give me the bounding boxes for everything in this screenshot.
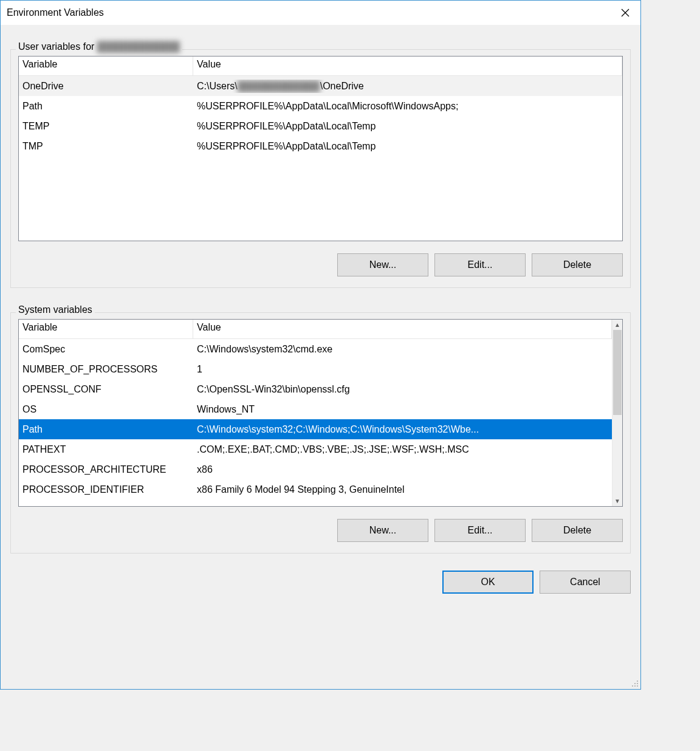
row-value: %USERPROFILE%\AppData\Local\Temp [193,140,622,153]
table-row[interactable]: TMP%USERPROFILE%\AppData\Local\Temp [19,136,622,156]
row-variable: PROCESSOR_ARCHITECTURE [19,463,193,476]
table-row[interactable]: OneDriveC:\Users\████████████\OneDrive [19,76,622,96]
table-row[interactable]: PathC:\Windows\system32;C:\Windows;C:\Wi… [19,419,612,439]
svg-rect-6 [634,685,636,687]
row-variable: PATHEXT [19,443,193,456]
row-value: C:\Windows\system32;C:\Windows;C:\Window… [193,423,612,436]
system-list-header: Variable Value [19,320,612,339]
system-button-row: New... Edit... Delete [18,519,623,542]
titlebar: Environment Variables [1,1,640,25]
svg-rect-2 [637,681,638,682]
row-value: .COM;.EXE;.BAT;.CMD;.VBS;.VBE;.JS;.JSE;.… [193,443,612,456]
svg-rect-3 [634,683,636,684]
svg-rect-5 [632,685,633,687]
user-group-legend: User variables for ████████████ [16,41,182,52]
scroll-up-icon[interactable]: ▲ [612,320,622,330]
row-value: C:\Users\████████████\OneDrive [193,80,622,93]
user-variables-group: User variables for ████████████ Variable… [10,49,631,288]
row-value: 1 [193,363,612,376]
table-row[interactable]: TEMP%USERPROFILE%\AppData\Local\Temp [19,116,622,136]
system-variables-group: System variables Variable Value ComSpecC… [10,312,631,554]
table-row[interactable]: ComSpecC:\Windows\system32\cmd.exe [19,339,612,359]
row-value: C:\Windows\system32\cmd.exe [193,343,612,356]
user-list-header: Variable Value [19,57,622,76]
scroll-down-icon[interactable]: ▼ [612,496,622,506]
system-new-button[interactable]: New... [337,519,428,542]
svg-rect-7 [637,685,638,687]
row-value: Windows_NT [193,403,612,416]
table-row[interactable]: OPENSSL_CONFC:\OpenSSL-Win32\bin\openssl… [19,379,612,399]
table-row[interactable]: NUMBER_OF_PROCESSORS1 [19,359,612,379]
close-icon [621,9,630,17]
row-variable: TEMP [19,120,193,133]
user-legend-prefix: User variables for [18,41,97,52]
system-col-variable[interactable]: Variable [19,320,193,338]
table-row[interactable]: OSWindows_NT [19,399,612,419]
user-col-value[interactable]: Value [193,57,622,75]
row-variable: Path [19,423,193,436]
ok-button[interactable]: OK [442,571,534,594]
row-variable: OPENSSL_CONF [19,383,193,396]
scroll-track[interactable] [612,330,622,496]
system-group-legend: System variables [16,304,95,315]
user-new-button[interactable]: New... [337,253,428,276]
cancel-button[interactable]: Cancel [540,571,631,594]
row-variable: OS [19,403,193,416]
row-value: C:\OpenSSL-Win32\bin\openssl.cfg [193,383,612,396]
row-variable: PROCESSOR_IDENTIFIER [19,483,193,496]
user-col-variable[interactable]: Variable [19,57,193,75]
env-vars-dialog: Environment Variables User variables for… [0,0,641,690]
system-col-value[interactable]: Value [193,320,612,338]
svg-rect-4 [637,683,638,684]
user-legend-redacted: ████████████ [97,41,180,52]
client-area: User variables for ████████████ Variable… [1,25,640,689]
user-variables-list[interactable]: Variable Value OneDriveC:\Users\████████… [18,56,623,241]
dialog-footer: OK Cancel [10,571,631,594]
row-value: %USERPROFILE%\AppData\Local\Microsoft\Wi… [193,100,622,113]
row-variable: ComSpec [19,343,193,356]
window-title: Environment Variables [7,7,104,18]
system-edit-button[interactable]: Edit... [434,519,526,542]
resize-grip-icon[interactable] [631,679,639,688]
system-list-scrollbar[interactable]: ▲ ▼ [612,320,622,506]
row-value: %USERPROFILE%\AppData\Local\Temp [193,120,622,133]
system-variables-list[interactable]: Variable Value ComSpecC:\Windows\system3… [18,319,623,507]
system-delete-button[interactable]: Delete [532,519,623,542]
table-row[interactable]: PATHEXT.COM;.EXE;.BAT;.CMD;.VBS;.VBE;.JS… [19,439,612,459]
row-variable: TMP [19,140,193,153]
user-button-row: New... Edit... Delete [18,253,623,276]
table-row[interactable]: PROCESSOR_IDENTIFIERx86 Family 6 Model 9… [19,479,612,499]
table-row[interactable]: PROCESSOR_ARCHITECTUREx86 [19,459,612,479]
row-variable: OneDrive [19,80,193,93]
user-delete-button[interactable]: Delete [532,253,623,276]
row-value: x86 Family 6 Model 94 Stepping 3, Genuin… [193,483,612,496]
row-variable: Path [19,100,193,113]
table-row[interactable]: Path%USERPROFILE%\AppData\Local\Microsof… [19,96,622,116]
row-variable: NUMBER_OF_PROCESSORS [19,363,193,376]
close-button[interactable] [611,1,639,24]
row-value: x86 [193,463,612,476]
user-edit-button[interactable]: Edit... [434,253,526,276]
scroll-thumb[interactable] [613,330,622,415]
